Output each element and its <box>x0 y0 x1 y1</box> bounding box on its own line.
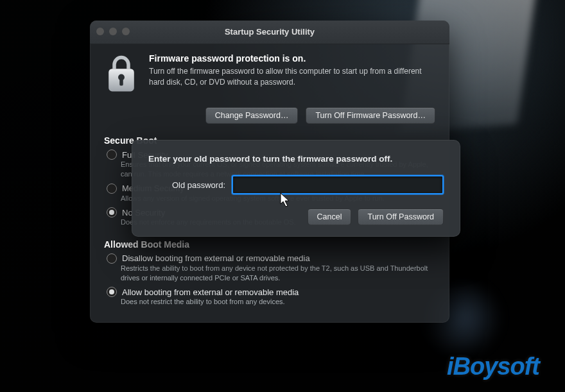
old-password-label: Old password: <box>148 180 225 190</box>
svg-rect-2 <box>119 78 123 86</box>
watermark-logo: iBoysoft <box>447 353 539 380</box>
radio-allow-external[interactable]: Allow booting from external or removable… <box>107 287 435 307</box>
close-icon[interactable] <box>96 28 104 35</box>
radio-description: Does not restrict the ability to boot fr… <box>121 297 435 307</box>
change-password-button[interactable]: Change Password… <box>205 107 299 124</box>
firmware-description: Turn off the firmware password to allow … <box>149 66 435 88</box>
radio-description: Restricts the ability to boot from any d… <box>121 264 435 284</box>
lock-icon <box>104 53 139 98</box>
radio-label: Disallow booting from external or remova… <box>122 253 310 263</box>
boot-media-heading: Allowed Boot Media <box>104 239 435 250</box>
turn-off-firmware-password-button[interactable]: Turn Off Firmware Password… <box>306 107 435 124</box>
radio-icon[interactable] <box>107 253 117 264</box>
zoom-icon[interactable] <box>122 28 130 35</box>
turn-off-password-button[interactable]: Turn Off Password <box>358 209 444 225</box>
window-titlebar: Startup Security Utility <box>90 21 449 44</box>
firmware-heading: Firmware password protection is on. <box>149 53 435 64</box>
radio-disallow-external[interactable]: Disallow booting from external or remova… <box>107 253 435 284</box>
radio-icon[interactable] <box>107 149 117 160</box>
password-dialog: Enter your old password to turn the firm… <box>132 140 460 237</box>
radio-label: Allow booting from external or removable… <box>122 287 299 297</box>
dialog-prompt: Enter your old password to turn the firm… <box>148 154 444 164</box>
cancel-button[interactable]: Cancel <box>308 209 352 225</box>
radio-icon[interactable] <box>107 207 117 217</box>
minimize-icon[interactable] <box>109 28 117 35</box>
window-title: Startup Security Utility <box>225 27 315 37</box>
radio-icon[interactable] <box>107 287 117 297</box>
radio-icon[interactable] <box>107 183 117 194</box>
old-password-input[interactable] <box>232 175 444 194</box>
window-traffic-lights[interactable] <box>96 28 130 35</box>
